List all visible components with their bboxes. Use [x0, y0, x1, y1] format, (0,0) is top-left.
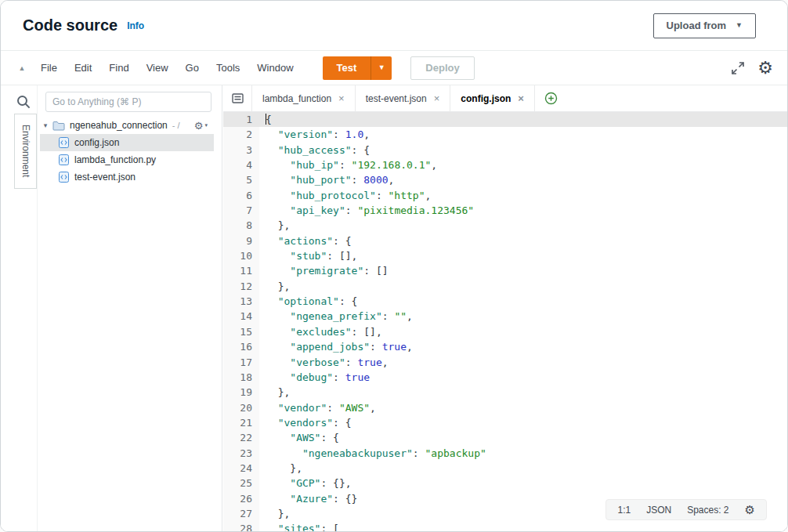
line-number: 25	[223, 476, 259, 490]
code-line-24[interactable]: 24 },	[223, 461, 787, 476]
line-number: 8	[223, 218, 259, 233]
code-line-16[interactable]: 16 "append_jobs": true,	[223, 339, 787, 354]
line-number: 24	[223, 461, 259, 476]
chevron-down-icon: ▼	[378, 64, 385, 71]
tab-label: test-event.json	[366, 93, 427, 104]
code-line-21[interactable]: 21 "vendors": {	[223, 415, 787, 430]
info-link[interactable]: Info	[127, 20, 144, 31]
fullscreen-icon[interactable]	[731, 61, 745, 75]
environment-tab[interactable]: Environment	[14, 114, 37, 189]
upload-from-label: Upload from	[667, 20, 727, 31]
add-tab-icon[interactable]	[544, 85, 558, 111]
test-button[interactable]: Test ▼	[323, 56, 392, 80]
close-icon[interactable]: ×	[518, 92, 524, 104]
tab-label: lambda_function	[262, 93, 331, 104]
menu-file[interactable]: File	[32, 57, 66, 78]
test-button-label: Test	[323, 56, 372, 80]
code-line-content: },	[259, 461, 302, 476]
close-icon[interactable]: ×	[338, 92, 345, 104]
code-line-12[interactable]: 12 },	[223, 279, 787, 294]
code-line-15[interactable]: 15 "excludes": [],	[223, 324, 787, 339]
code-line-13[interactable]: 13 "optional": {	[223, 294, 787, 309]
menu-view[interactable]: View	[138, 57, 177, 78]
code-line-content: "stub": [],	[259, 248, 357, 263]
code-line-content: "api_key": "pixitmedia.123456"	[259, 203, 474, 218]
code-line-11[interactable]: 11 "premigrate": []	[223, 263, 787, 278]
code-line-18[interactable]: 18 "debug": true	[223, 370, 787, 385]
editor-settings-gear-icon[interactable]: ⚙	[745, 504, 755, 516]
menu-edit[interactable]: Edit	[66, 57, 100, 78]
code-line-content: "hub_port": 8000,	[259, 172, 394, 187]
code-line-10[interactable]: 10 "stub": [],	[223, 248, 787, 263]
tab-list-icon[interactable]	[223, 85, 251, 111]
tree-file-lambda_function.py[interactable]: lambda_function.py	[40, 151, 214, 168]
code-line-5[interactable]: 5 "hub_port": 8000,	[223, 172, 787, 187]
code-line-7[interactable]: 7 "api_key": "pixitmedia.123456"	[223, 203, 787, 218]
code-line-8[interactable]: 8 },	[223, 218, 787, 233]
code-line-content: "optional": {	[259, 294, 357, 309]
code-line-22[interactable]: 22 "AWS": {	[223, 430, 787, 445]
close-icon[interactable]: ×	[434, 92, 440, 104]
collapse-pane-icon[interactable]: ▲	[12, 64, 32, 72]
code-line-25[interactable]: 25 "GCP": {},	[223, 476, 787, 490]
code-line-2[interactable]: 2 "version": 1.0,	[223, 127, 787, 142]
line-number: 17	[223, 355, 259, 370]
file-icon	[59, 172, 69, 183]
code-line-9[interactable]: 9 "actions": {	[223, 233, 787, 248]
code-line-content: },	[259, 506, 290, 521]
tree-folder-row[interactable]: ▾ ngeneahub_connection - / ⚙ ▾	[40, 117, 214, 134]
code-line-17[interactable]: 17 "verbose": true,	[223, 355, 787, 370]
line-number: 12	[223, 279, 259, 294]
goto-anything-input[interactable]	[45, 92, 211, 112]
tab-lambda_function[interactable]: lambda_function×	[251, 85, 356, 111]
code-line-content: "hub_protocol": "http",	[259, 188, 431, 203]
language-mode[interactable]: JSON	[646, 505, 671, 516]
line-number: 22	[223, 430, 259, 445]
code-line-content: "actions": {	[259, 233, 352, 248]
search-icon[interactable]	[16, 94, 31, 113]
upload-from-button[interactable]: Upload from ▼	[653, 13, 756, 38]
line-number: 3	[223, 143, 259, 157]
tree-file-config.json[interactable]: config.json	[40, 134, 214, 151]
code-line-23[interactable]: 23 "ngeneabackupuser": "apbackup"	[223, 446, 787, 461]
code-line-28[interactable]: 28 "sites": [	[223, 521, 787, 531]
page-title: Code source	[23, 16, 117, 34]
code-line-6[interactable]: 6 "hub_protocol": "http",	[223, 188, 787, 203]
gear-icon: ⚙	[194, 120, 204, 132]
code-line-1[interactable]: 1{	[223, 112, 787, 127]
line-number: 11	[223, 263, 259, 278]
code-line-14[interactable]: 14 "ngenea_prefix": "",	[223, 309, 787, 324]
code-line-19[interactable]: 19 },	[223, 385, 787, 400]
deploy-button[interactable]: Deploy	[410, 56, 474, 80]
editor-tabs: lambda_function×test-event.json×config.j…	[251, 85, 535, 111]
menu-tools[interactable]: Tools	[208, 57, 248, 78]
settings-gear-icon[interactable]: ⚙	[757, 60, 773, 77]
line-number: 20	[223, 400, 259, 415]
code-line-20[interactable]: 20 "vendor": "AWS",	[223, 400, 787, 415]
chevron-down-icon: ▾	[204, 122, 208, 128]
code-line-4[interactable]: 4 "hub_ip": "192.168.0.1",	[223, 157, 787, 172]
code-line-content: },	[259, 218, 290, 233]
tab-config.json[interactable]: config.json×	[450, 85, 535, 111]
code-line-3[interactable]: 3 "hub_access": {	[223, 143, 787, 157]
editor-menubar: ▲ FileEditFindViewGoToolsWindow Test ▼ D…	[1, 51, 787, 85]
menu-window[interactable]: Window	[248, 57, 302, 78]
code-editor[interactable]: 1{2 "version": 1.0,3 "hub_access": {4 "h…	[223, 112, 787, 531]
line-number: 23	[223, 446, 259, 461]
line-number: 9	[223, 233, 259, 248]
line-number: 7	[223, 203, 259, 218]
test-dropdown-button[interactable]: ▼	[371, 56, 392, 80]
menu-find[interactable]: Find	[100, 57, 137, 78]
menu-go[interactable]: Go	[177, 57, 208, 78]
cursor-position[interactable]: 1:1	[617, 505, 631, 516]
chevron-down-icon[interactable]: ▾	[40, 121, 51, 129]
line-number: 28	[223, 521, 259, 531]
tree-file-test-event.json[interactable]: test-event.json	[40, 168, 214, 186]
body-area: Environment ▾ ngeneahub_connection - / ⚙…	[1, 85, 787, 531]
file-name: config.json	[74, 137, 119, 148]
indent-setting[interactable]: Spaces: 2	[687, 505, 728, 516]
tree-settings-gear-icon[interactable]: ⚙ ▾	[194, 120, 208, 132]
editor-pane: lambda_function×test-event.json×config.j…	[223, 85, 787, 531]
tab-test-event.json[interactable]: test-event.json×	[356, 85, 451, 111]
code-line-content: "append_jobs": true,	[259, 339, 413, 354]
